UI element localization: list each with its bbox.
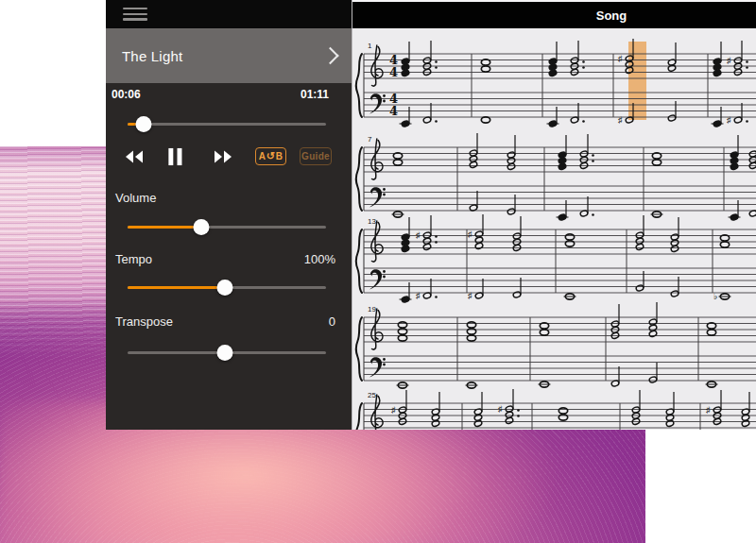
volume-fill bbox=[128, 226, 201, 229]
sheet-header-title: Song bbox=[596, 8, 627, 23]
pause-button[interactable] bbox=[167, 147, 183, 166]
tempo-row: Tempo 100% bbox=[115, 252, 335, 266]
tempo-slider[interactable] bbox=[128, 279, 326, 296]
svg-text:♯: ♯ bbox=[706, 405, 711, 415]
transpose-thumb[interactable] bbox=[216, 345, 232, 361]
svg-text:♯: ♯ bbox=[618, 115, 623, 125]
player-top-bar bbox=[106, 0, 352, 28]
ab-repeat-a-label: A bbox=[259, 151, 266, 161]
transpose-label: Transpose bbox=[115, 314, 173, 329]
elapsed-time: 00:06 bbox=[112, 88, 141, 101]
ab-repeat-button[interactable]: A ↺ B bbox=[255, 147, 286, 165]
guide-button[interactable]: Guide bbox=[300, 147, 332, 165]
transpose-fill bbox=[128, 351, 225, 355]
svg-text:♯: ♯ bbox=[391, 405, 396, 415]
rewind-button[interactable] bbox=[125, 147, 144, 166]
volume-row: Volume bbox=[115, 191, 335, 205]
ab-repeat-b-label: B bbox=[276, 151, 284, 161]
guide-label: Guide bbox=[301, 151, 330, 161]
tempo-thumb[interactable] bbox=[216, 280, 232, 296]
time-row: 00:06 01:11 bbox=[112, 88, 329, 101]
playback-position-highlight bbox=[628, 42, 646, 120]
ab-repeat-loop-icon: ↺ bbox=[266, 151, 276, 161]
menu-icon[interactable] bbox=[123, 8, 147, 21]
progress-track[interactable] bbox=[128, 123, 326, 126]
svg-text:♯: ♯ bbox=[498, 404, 503, 414]
svg-text:♯: ♯ bbox=[416, 291, 421, 300]
tempo-fill bbox=[128, 286, 225, 290]
song-selector-row[interactable]: The Light bbox=[106, 28, 352, 83]
svg-text:4: 4 bbox=[389, 65, 398, 79]
progress-thumb[interactable] bbox=[135, 116, 151, 132]
fast-forward-button[interactable] bbox=[214, 147, 232, 166]
volume-thumb[interactable] bbox=[193, 219, 209, 235]
svg-text:♯: ♯ bbox=[416, 230, 421, 240]
svg-text:13: 13 bbox=[368, 217, 376, 226]
svg-text:♭: ♭ bbox=[713, 292, 717, 301]
svg-text:♯: ♯ bbox=[468, 229, 472, 239]
svg-text:19: 19 bbox=[368, 305, 376, 314]
player-panel: The Light 00:06 01:11 A ↺ B bbox=[106, 0, 352, 430]
app-window: The Light 00:06 01:11 A ↺ B bbox=[106, 0, 756, 430]
transpose-slider[interactable] bbox=[128, 344, 326, 361]
sheet-panel: Song 14444♯♯♯♯713♯♯♯♯♭1925♯♯♯ bbox=[352, 0, 756, 430]
chevron-right-icon bbox=[321, 47, 338, 64]
total-time: 01:11 bbox=[301, 88, 329, 101]
svg-text:♯: ♯ bbox=[468, 291, 472, 300]
svg-text:4: 4 bbox=[389, 104, 398, 118]
svg-text:7: 7 bbox=[368, 135, 372, 144]
svg-text:♯: ♯ bbox=[618, 54, 623, 63]
transpose-row: Transpose 0 bbox=[115, 314, 335, 329]
tempo-label: Tempo bbox=[115, 252, 152, 266]
volume-slider[interactable] bbox=[128, 218, 326, 235]
svg-text:♯: ♯ bbox=[727, 115, 731, 125]
svg-text:25: 25 bbox=[368, 391, 376, 399]
transpose-value: 0 bbox=[329, 314, 335, 329]
svg-text:1: 1 bbox=[368, 42, 372, 50]
svg-text:♯: ♯ bbox=[727, 56, 731, 65]
sheet-header: Song bbox=[352, 0, 756, 28]
volume-label: Volume bbox=[115, 191, 156, 205]
tempo-value: 100% bbox=[304, 252, 335, 266]
progress-slider[interactable] bbox=[128, 115, 326, 132]
song-title: The Light bbox=[122, 48, 182, 64]
sheet-music-canvas[interactable]: 14444♯♯♯♯713♯♯♯♯♭1925♯♯♯ bbox=[352, 28, 756, 430]
